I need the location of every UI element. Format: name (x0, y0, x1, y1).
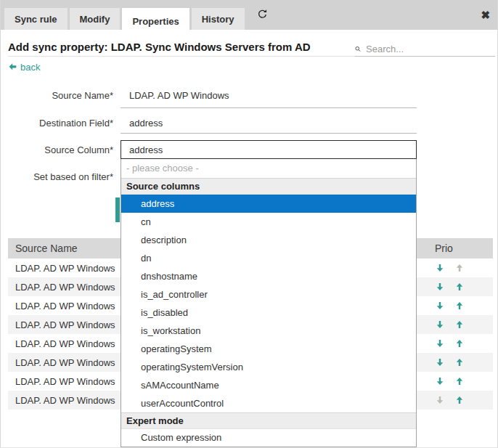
tab-properties[interactable]: Properties (122, 8, 189, 34)
dropdown-option[interactable]: description (121, 231, 416, 249)
prio-cell (422, 357, 493, 367)
prio-down-button[interactable] (435, 301, 445, 311)
dropdown-group-header: Expert mode (121, 412, 416, 429)
prio-up-button[interactable] (454, 319, 465, 330)
prio-up-button[interactable] (454, 357, 465, 367)
prio-up-button[interactable] (454, 376, 465, 386)
field-value-destination-field[interactable]: address (121, 118, 417, 134)
prio-down-button[interactable] (435, 319, 445, 330)
refresh-icon[interactable] (257, 9, 268, 20)
down-arrow-icon (435, 282, 445, 292)
field-label-destination-field: Destination Field* (8, 118, 113, 129)
dropdown-option[interactable]: is_ad_controller (121, 285, 416, 304)
down-arrow-icon (435, 338, 445, 349)
hidden-save-button-edge[interactable] (115, 197, 120, 222)
up-arrow-icon (454, 395, 465, 405)
prio-cell (422, 395, 493, 405)
prio-down-button[interactable] (435, 282, 445, 292)
back-arrow-icon (8, 62, 17, 72)
down-arrow-icon (435, 395, 445, 405)
dropdown-option[interactable]: sAMAccountName (121, 376, 416, 394)
column-header-prio: Prio (422, 243, 493, 254)
field-label-source-column: Source Column* (8, 144, 113, 155)
dropdown-option[interactable]: operatingSystemVersion (121, 358, 416, 376)
sync-property-window: Sync ruleModifyPropertiesHistory ✖ Add s… (0, 0, 498, 448)
close-icon[interactable]: ✖ (481, 9, 490, 20)
down-arrow-icon (435, 319, 445, 330)
prio-down-button[interactable] (435, 338, 445, 349)
dropdown-option[interactable]: operatingSystem (121, 340, 416, 358)
down-arrow-icon (435, 301, 445, 311)
dropdown-option[interactable]: Custom expression (121, 429, 416, 447)
up-arrow-icon (454, 263, 465, 273)
prio-cell (422, 282, 493, 292)
prio-up-button[interactable] (454, 395, 465, 405)
dropdown-option[interactable]: dn (121, 249, 416, 267)
tab-list: Sync ruleModifyPropertiesHistory (4, 8, 247, 30)
back-link-label: back (20, 62, 40, 73)
dropdown-option[interactable]: userAccountControl (121, 394, 416, 412)
dropdown-group-header: Source columns (121, 178, 416, 195)
down-arrow-icon (435, 263, 445, 273)
prio-cell (422, 301, 493, 311)
prio-up-button[interactable] (454, 338, 465, 349)
field-label-set-based-on-filter: Set based on filter* (8, 171, 113, 182)
refresh-icon-glyph (257, 9, 268, 20)
up-arrow-icon (454, 357, 465, 367)
up-arrow-icon (454, 301, 465, 311)
dropdown-option[interactable]: is_disabled (121, 304, 416, 322)
prio-cell (422, 376, 493, 386)
dropdown-placeholder-option[interactable]: - please choose - (121, 159, 416, 178)
down-arrow-icon (435, 357, 445, 367)
field-value-source-name[interactable]: LDAP. AD WP Windows (121, 90, 417, 108)
search-icon (355, 44, 361, 54)
search-box (355, 41, 495, 57)
up-arrow-icon (454, 282, 465, 292)
prio-up-button[interactable] (454, 282, 465, 292)
prio-cell (422, 263, 493, 273)
tab-history[interactable]: History (192, 8, 245, 30)
up-arrow-icon (454, 338, 465, 349)
dropdown-option[interactable]: dnshostname (121, 267, 416, 285)
field-label-source-name: Source Name* (8, 90, 113, 101)
prio-down-button[interactable] (435, 263, 445, 273)
prio-cell (422, 319, 493, 330)
tab-bar: Sync ruleModifyPropertiesHistory ✖ (1, 0, 497, 30)
prio-down-button (435, 395, 445, 405)
prio-down-button[interactable] (435, 357, 445, 367)
up-arrow-icon (454, 319, 465, 330)
search-input[interactable] (364, 43, 495, 55)
tab-modify[interactable]: Modify (70, 8, 121, 30)
source-column-dropdown: - please choose -Source columnsaddresscn… (121, 159, 417, 447)
tab-sync-rule[interactable]: Sync rule (4, 8, 68, 30)
dropdown-option[interactable]: cn (121, 213, 416, 231)
prio-up-button[interactable] (454, 301, 465, 311)
page-title: Add sync property: LDAP. Sync Windows Se… (8, 41, 311, 53)
prio-up-button (454, 263, 465, 273)
prio-down-button[interactable] (435, 376, 445, 386)
back-link[interactable]: back (8, 62, 40, 73)
down-arrow-icon (435, 376, 445, 386)
prio-cell (422, 338, 493, 349)
up-arrow-icon (454, 376, 465, 386)
dropdown-option[interactable]: address (121, 195, 416, 213)
source-column-input[interactable] (121, 140, 417, 159)
dropdown-option[interactable]: is_workstation (121, 322, 416, 340)
